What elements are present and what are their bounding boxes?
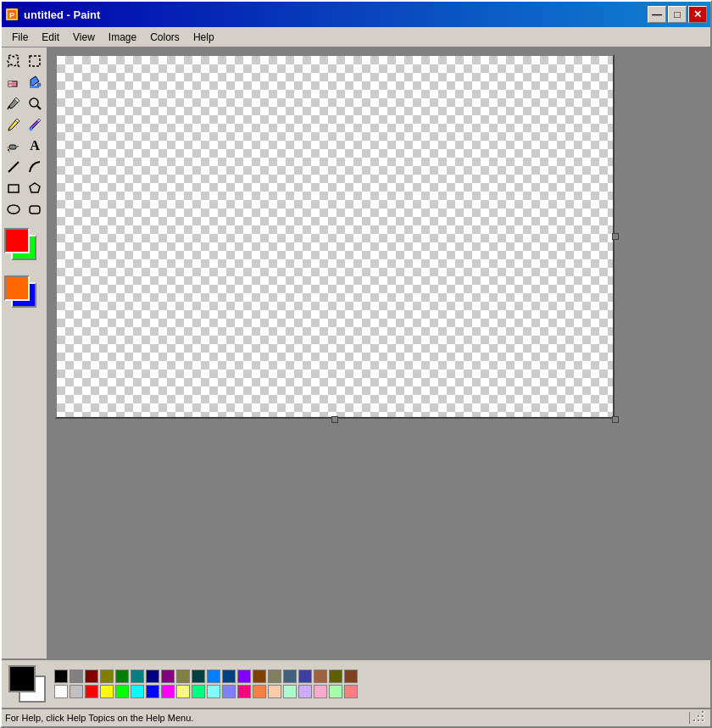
svg-point-8 (37, 83, 41, 86)
resize-grip[interactable] (693, 711, 707, 725)
title-bar-left: P untitled - Paint (5, 8, 100, 21)
swatch-lavender[interactable] (298, 685, 312, 698)
tool-grid: A (3, 51, 45, 220)
svg-point-17 (7, 147, 8, 148)
tool-line[interactable] (3, 157, 24, 177)
swatch-peach[interactable] (268, 685, 281, 698)
svg-point-16 (8, 149, 9, 151)
minimize-button[interactable]: — (648, 6, 666, 23)
tool-rounded-rect[interactable] (25, 199, 45, 220)
palette-area (2, 659, 710, 708)
swatch-tan[interactable] (268, 670, 281, 683)
swatch-hot-pink[interactable] (237, 685, 251, 698)
main-window: P untitled - Paint — □ ✕ File Edit View … (0, 0, 712, 728)
swatch-lime[interactable] (329, 685, 342, 698)
drawing-canvas[interactable] (55, 54, 615, 419)
swatch-dark-red[interactable] (85, 670, 98, 683)
svg-marker-21 (30, 183, 40, 192)
canvas-resize-right[interactable] (612, 233, 619, 240)
swatch-light-gray[interactable] (70, 685, 83, 698)
swatch-dark-green[interactable] (115, 670, 129, 683)
tool-text[interactable]: A (25, 136, 45, 156)
swatch-black[interactable] (54, 670, 68, 683)
tool-color-fg[interactable] (4, 228, 30, 253)
swatch-cyan[interactable] (131, 685, 144, 698)
tool-airbrush[interactable] (3, 136, 24, 156)
swatch-yellow-olive[interactable] (176, 670, 190, 683)
tool-ellipse[interactable] (3, 199, 24, 220)
swatch-yellow[interactable] (100, 685, 114, 698)
toolbar: A (2, 47, 48, 659)
tool-color-fg2[interactable] (4, 275, 30, 301)
svg-point-13 (30, 128, 33, 131)
menu-image[interactable]: Image (102, 30, 143, 45)
swatch-magenta[interactable] (161, 685, 175, 698)
tool-color-preview (4, 228, 45, 270)
tool-pencil[interactable] (3, 114, 24, 135)
canvas-wrapper (55, 54, 615, 419)
swatch-orange[interactable] (253, 685, 266, 698)
swatch-blue[interactable] (146, 685, 159, 698)
swatch-dark-olive[interactable] (329, 670, 342, 683)
swatch-mint[interactable] (283, 685, 297, 698)
svg-point-10 (30, 98, 38, 107)
swatch-periwinkle[interactable] (222, 685, 236, 698)
svg-point-18 (8, 151, 10, 153)
swatch-warm-brown[interactable] (314, 670, 327, 683)
tool-fill[interactable] (25, 72, 45, 92)
swatch-dark-gray[interactable] (70, 670, 83, 683)
svg-line-9 (8, 106, 9, 109)
swatch-olive[interactable] (100, 670, 114, 683)
swatch-light-yellow[interactable] (176, 685, 190, 698)
tool-color-preview2 (4, 275, 45, 318)
swatch-indigo[interactable] (298, 670, 312, 683)
canvas-resize-bottom[interactable] (331, 416, 338, 423)
menu-colors[interactable]: Colors (143, 30, 186, 45)
swatch-dark-magenta[interactable] (161, 670, 175, 683)
svg-line-11 (37, 106, 41, 109)
swatch-purple[interactable] (237, 670, 251, 683)
tool-eyedropper[interactable] (3, 93, 24, 114)
tool-rect-select[interactable] (25, 51, 45, 71)
fg-bg-color-selector (7, 664, 47, 704)
menu-edit[interactable]: Edit (35, 30, 66, 45)
close-button[interactable]: ✕ (688, 6, 707, 23)
window-title: untitled - Paint (24, 8, 100, 21)
swatch-white[interactable] (54, 685, 68, 698)
swatch-burnt-orange[interactable] (344, 670, 358, 683)
swatch-sky-blue[interactable] (207, 685, 220, 698)
swatch-dark-blue[interactable] (146, 670, 159, 683)
swatch-green[interactable] (115, 685, 129, 698)
status-bar: For Help, click Help Topics on the Help … (2, 708, 710, 726)
swatch-light-green[interactable] (192, 685, 205, 698)
svg-rect-3 (30, 56, 40, 66)
svg-text:P: P (9, 11, 14, 19)
swatch-navy[interactable] (222, 670, 236, 683)
tool-eraser[interactable] (3, 72, 24, 92)
canvas-resize-corner[interactable] (612, 416, 619, 423)
title-controls: — □ ✕ (648, 6, 707, 23)
menu-help[interactable]: Help (186, 30, 221, 45)
tool-polygon[interactable] (25, 178, 45, 198)
maximize-button[interactable]: □ (668, 6, 687, 23)
swatch-brown[interactable] (253, 670, 266, 683)
foreground-color-box[interactable] (8, 665, 36, 692)
tool-magnify[interactable] (25, 93, 45, 114)
canvas-area[interactable] (48, 47, 710, 659)
palette-row-1 (54, 670, 358, 683)
swatch-pink[interactable] (314, 685, 327, 698)
svg-rect-20 (8, 185, 19, 192)
menu-view[interactable]: View (66, 30, 102, 45)
swatch-teal[interactable] (131, 670, 144, 683)
tool-brush[interactable] (25, 114, 45, 135)
title-bar: P untitled - Paint — □ ✕ (2, 2, 710, 27)
swatch-red[interactable] (85, 685, 98, 698)
swatch-blue-gray[interactable] (283, 670, 297, 683)
swatch-salmon[interactable] (344, 685, 358, 698)
swatch-light-blue[interactable] (207, 670, 220, 683)
swatch-dark-teal[interactable] (192, 670, 205, 683)
tool-free-select[interactable] (3, 51, 24, 71)
tool-curve[interactable] (25, 157, 45, 177)
tool-rectangle[interactable] (3, 178, 24, 198)
menu-file[interactable]: File (5, 30, 35, 45)
